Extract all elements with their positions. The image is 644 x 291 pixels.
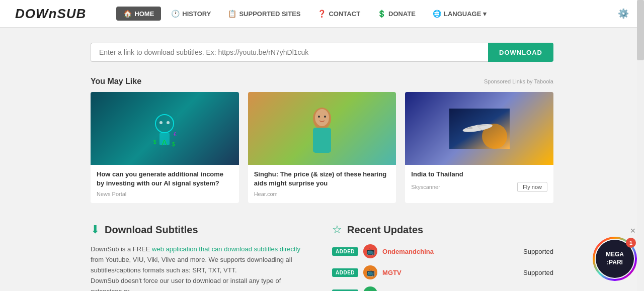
megapari-notification-badge: 1 [626, 238, 636, 248]
description-link[interactable]: web application that can download subtit… [152, 245, 300, 253]
svg-text:$: $ [153, 139, 156, 145]
card-ai-body: How can you generate additional income b… [91, 165, 239, 203]
recent-updates-icon: ☆ [332, 223, 342, 236]
nav-item-home[interactable]: 🏠 HOME [116, 7, 161, 21]
scrollbar-thumb[interactable] [637, 0, 644, 60]
bottom-section: ⬇ Download Subtitles DownSub is a FREE w… [91, 223, 553, 291]
update-badge: ADDED [332, 247, 358, 256]
download-button[interactable]: DOWNLOAD [488, 43, 553, 62]
search-input[interactable] [91, 43, 488, 62]
card-hearing[interactable]: Singhu: The price (& size) of these hear… [248, 92, 396, 203]
contact-icon: ❓ [317, 10, 326, 18]
search-bar: DOWNLOAD [91, 43, 553, 62]
card-ai-title: How can you generate additional income b… [97, 170, 233, 188]
card-hearing-title: Singhu: The price (& size) of these hear… [254, 170, 390, 188]
card-travel-image [405, 92, 553, 165]
update-status: Supported [523, 248, 553, 255]
nav-menu: 🏠 HOME 🕐 HISTORY 📋 SUPPORTED SITES ❓ CON… [116, 7, 618, 21]
recent-updates-header: ☆ Recent Updates [332, 223, 553, 236]
update-item: ADDED 📺 MGTV Supported [332, 265, 553, 279]
card-hearing-meta: Hear.com [254, 191, 390, 197]
cards-grid: $ $ A € How can you generate additional … [91, 92, 553, 203]
svg-text:€: € [174, 132, 177, 137]
update-list: ADDED 📺 Ondemandchina Supported ADDED 📺 … [332, 244, 553, 291]
card-travel-source: Skyscanner [411, 184, 440, 190]
nav-label-history: HISTORY [182, 10, 211, 18]
nav-label-language: LANGUAGE ▾ [444, 10, 487, 18]
update-badge: ADDED [332, 268, 358, 277]
language-icon: 🌐 [433, 10, 441, 18]
download-section: ⬇ Download Subtitles DownSub is a FREE w… [91, 223, 312, 291]
main-content: DOWNLOAD You May Like Sponsored Links by… [80, 28, 564, 291]
nav-item-contact[interactable]: ❓ CONTACT [310, 7, 367, 21]
card-travel-body: India to Thailand Skyscanner Fly now [405, 165, 553, 198]
nav-item-history[interactable]: 🕐 HISTORY [164, 7, 218, 21]
update-logo: 📺 [363, 286, 377, 291]
nav-item-language[interactable]: 🌐 LANGUAGE ▾ [426, 7, 494, 21]
card-ai-meta: News Portal [97, 191, 233, 197]
megapari-close-button[interactable]: ✕ [630, 227, 636, 235]
card-ai-source: News Portal [97, 191, 126, 197]
history-icon: 🕐 [171, 10, 180, 18]
megapari-widget[interactable]: MEGA :PARI 1 [593, 237, 637, 281]
nav-item-donate[interactable]: 💲 DONATE [370, 7, 423, 21]
card-ai[interactable]: $ $ A € How can you generate additional … [91, 92, 239, 203]
svg-text:$: $ [172, 142, 175, 147]
update-status: Supported [523, 269, 553, 276]
download-section-icon: ⬇ [91, 223, 100, 236]
nav-label-supported-sites: SUPPORTED SITES [239, 10, 300, 18]
svg-text:A: A [162, 138, 167, 146]
update-item: ADDED 📺 Ondemandchina Supported [332, 244, 553, 258]
scrollbar-track[interactable] [637, 0, 644, 291]
card-hearing-source: Hear.com [254, 191, 278, 197]
sponsored-text: Sponsored Links by Taboola [484, 78, 553, 84]
svg-rect-9 [313, 128, 331, 153]
fly-now-button[interactable]: Fly now [517, 182, 547, 192]
card-hearing-image [248, 92, 396, 165]
nav-item-supported-sites[interactable]: 📋 SUPPORTED SITES [221, 7, 307, 21]
update-item: ADDED 📺 Supported [332, 286, 553, 291]
update-logo: 📺 [363, 244, 377, 258]
recent-updates-section: ☆ Recent Updates ADDED 📺 Ondemandchina S… [332, 223, 553, 291]
recent-updates-title: Recent Updates [347, 224, 423, 236]
download-section-title: Download Subtitles [105, 224, 198, 236]
settings-icon[interactable]: ⚙️ [618, 8, 629, 19]
supported-sites-icon: 📋 [228, 10, 236, 18]
svg-point-0 [155, 115, 174, 133]
you-may-like-header: You May Like Sponsored Links by Taboola [91, 77, 553, 86]
svg-point-11 [318, 116, 320, 118]
nav-label-donate: DONATE [388, 10, 416, 18]
update-logo: 📺 [363, 265, 377, 279]
site-logo: DOWnSUB [15, 6, 86, 22]
card-travel[interactable]: India to Thailand Skyscanner Fly now [405, 92, 553, 203]
you-may-like-title: You May Like [91, 77, 141, 86]
donate-icon: 💲 [377, 10, 386, 18]
card-travel-title: India to Thailand [411, 170, 547, 179]
nav-label-home: HOME [134, 10, 154, 18]
download-section-header: ⬇ Download Subtitles [91, 223, 312, 236]
card-hearing-body: Singhu: The price (& size) of these hear… [248, 165, 396, 203]
nav-label-contact: CONTACT [329, 10, 360, 18]
svg-point-3 [167, 121, 170, 124]
navbar: DOWnSUB 🏠 HOME 🕐 HISTORY 📋 SUPPORTED SIT… [0, 0, 644, 28]
svg-point-10 [315, 109, 329, 126]
svg-point-12 [324, 116, 326, 118]
download-description: DownSub is a FREE web application that c… [91, 244, 312, 291]
svg-point-2 [159, 121, 163, 124]
home-icon: 🏠 [123, 10, 132, 18]
update-name: Ondemandchina [382, 248, 434, 255]
card-travel-meta: Skyscanner Fly now [411, 182, 547, 192]
update-name: MGTV [382, 269, 401, 276]
card-ai-image: $ $ A € [91, 92, 239, 165]
